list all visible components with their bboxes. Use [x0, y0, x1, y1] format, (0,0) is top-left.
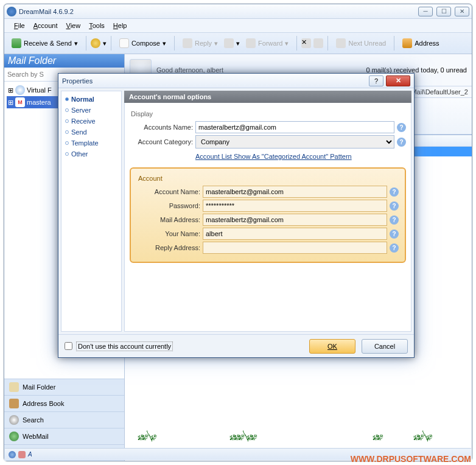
nav-send[interactable]: Send: [61, 127, 121, 138]
dont-use-checkbox[interactable]: [65, 342, 72, 350]
menu-account[interactable]: Account: [30, 21, 61, 30]
help-icon[interactable]: ?: [390, 187, 399, 197]
reply-address-input[interactable]: [203, 242, 387, 254]
delete-icon[interactable]: ✕: [301, 38, 311, 48]
dialog-help-button[interactable]: ?: [369, 75, 383, 86]
footer-decoration: ⸙⸙╲⸙ ⸙⸙⸙╲⸙⸙ ⸙⸙ ⸙⸙╲⸙: [126, 430, 471, 447]
dialog-titlebar: Properties ? ✕: [58, 74, 414, 88]
nav-server[interactable]: Server: [61, 105, 121, 116]
dialog-panel: Account's normal options Display Account…: [124, 91, 411, 332]
account-group-label: Account: [138, 175, 399, 182]
list-pattern-link[interactable]: Account List Show As "Categorized Accoun…: [195, 150, 406, 165]
menu-help[interactable]: Help: [110, 21, 131, 30]
book-icon: [9, 399, 19, 408]
display-group-label: Display: [131, 110, 406, 117]
print-icon[interactable]: [313, 38, 323, 48]
receive-send-icon: [12, 38, 21, 48]
help-icon[interactable]: ?: [397, 138, 406, 147]
dialog-footer: Don't use this account currently OK Canc…: [58, 334, 414, 357]
watermark: WWW.DRPUSOFTWARE.COM: [351, 454, 471, 464]
reply-all-icon[interactable]: [224, 38, 234, 48]
help-icon[interactable]: ?: [390, 243, 399, 253]
mail-address-label: Mail Address:: [137, 216, 200, 223]
reply-address-label: Reply Address:: [137, 244, 200, 251]
reply-button[interactable]: Reply ▾: [179, 37, 222, 50]
nav-mail-folder[interactable]: Mail Folder: [4, 379, 124, 395]
nav-normal[interactable]: Normal: [61, 94, 121, 105]
dialog-title: Properties: [62, 77, 369, 85]
toolbar: Receive & Send ▾ ▾ Compose ▾ Reply ▾ ▾ F…: [4, 32, 472, 54]
nav-template[interactable]: Template: [61, 138, 121, 149]
status-icon[interactable]: [9, 451, 16, 458]
forward-icon: [246, 38, 256, 48]
sidebar-header: Mail Folder: [4, 54, 124, 68]
compose-button[interactable]: Compose ▾: [116, 37, 170, 50]
title-bar: DreamMail 4.6.9.2 ─ ☐ ✕: [4, 4, 472, 19]
menu-tools[interactable]: Tools: [85, 21, 108, 30]
menu-view[interactable]: View: [63, 21, 85, 30]
path-text: Mail\DefaultUser_2: [411, 88, 468, 96]
app-icon: [7, 7, 16, 16]
reply-icon: [183, 38, 192, 48]
menu-file[interactable]: File: [10, 21, 29, 30]
dont-use-label: Don't use this account currently: [76, 341, 173, 351]
globe-icon[interactable]: [91, 38, 100, 48]
receive-send-button[interactable]: Receive & Send ▾: [8, 37, 82, 50]
maximize-button[interactable]: ☐: [436, 7, 451, 16]
help-icon[interactable]: ?: [397, 123, 406, 132]
menu-bar: File Account View Tools Help: [4, 19, 472, 32]
cancel-button[interactable]: Cancel: [362, 339, 408, 354]
password-label: Password:: [137, 202, 200, 209]
next-unread-button[interactable]: Next Unread: [332, 37, 390, 50]
close-button[interactable]: ✕: [455, 7, 469, 16]
next-unread-icon: [336, 38, 346, 48]
nav-receive[interactable]: Receive: [61, 116, 121, 127]
forward-button[interactable]: Forward ▾: [242, 37, 292, 50]
window-title: DreamMail 4.6.9.2: [19, 8, 418, 15]
address-icon: [402, 38, 412, 48]
account-name-label: Account Name:: [137, 188, 200, 195]
webmail-icon: [9, 432, 19, 441]
compose-icon: [119, 38, 129, 48]
help-icon[interactable]: ?: [390, 229, 399, 239]
password-input[interactable]: [203, 200, 387, 212]
account-name-input[interactable]: [203, 186, 387, 198]
address-button[interactable]: Address: [399, 37, 443, 50]
nav-webmail[interactable]: WebMail: [4, 428, 124, 444]
ok-button[interactable]: OK: [309, 339, 355, 354]
category-label: Account Category:: [130, 138, 193, 145]
properties-dialog: Properties ? ✕ Normal Server Receive Sen…: [58, 73, 415, 358]
help-icon[interactable]: ?: [390, 215, 399, 225]
nav-search[interactable]: Search: [4, 411, 124, 428]
your-name-input[interactable]: [203, 228, 387, 240]
accounts-name-input[interactable]: [195, 121, 394, 133]
search-icon: [9, 415, 19, 425]
status-icon-2[interactable]: [18, 451, 26, 458]
accounts-name-label: Accounts Name:: [130, 124, 193, 131]
nav-other[interactable]: Other: [61, 149, 121, 159]
panel-heading: Account's normal options: [124, 91, 411, 103]
help-icon[interactable]: ?: [390, 201, 399, 211]
your-name-label: Your Name:: [137, 230, 200, 237]
dialog-close-button[interactable]: ✕: [386, 75, 410, 86]
status-a[interactable]: A: [28, 451, 32, 458]
minimize-button[interactable]: ─: [418, 7, 433, 16]
mail-address-input[interactable]: [203, 214, 387, 226]
account-group: Account Account Name: ? Password: ? Mail…: [130, 167, 406, 263]
nav-address-book[interactable]: Address Book: [4, 395, 124, 411]
folder-icon: [9, 382, 19, 392]
dialog-nav: Normal Server Receive Send Template Othe…: [61, 91, 122, 332]
dont-use-checkbox-row: Don't use this account currently: [65, 341, 303, 351]
category-select[interactable]: Company: [195, 135, 394, 149]
